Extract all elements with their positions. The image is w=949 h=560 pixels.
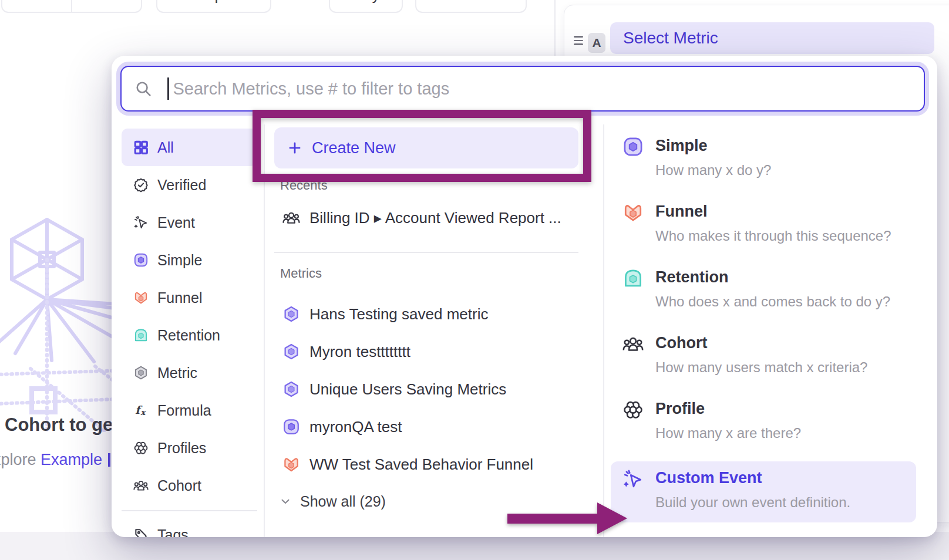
empty-state-subtext: xplore Example xyxy=(0,451,102,469)
recent-item[interactable]: Billing ID ▸ Account Viewed Report ... xyxy=(274,203,578,233)
sidebar-item-profiles[interactable]: Profiles xyxy=(122,429,257,467)
sidebar-item-label: Funnel xyxy=(157,289,202,306)
mixpanel-insights-screen: Cohort to ge xplore Example 12M YTD Comp… xyxy=(0,0,949,560)
type-funnel[interactable]: Funnel Who makes it through this sequenc… xyxy=(622,190,920,256)
type-simple[interactable]: Simple How many x do y? xyxy=(622,124,920,190)
type-description: How many x do y? xyxy=(655,162,771,178)
select-metric-label: Select Metric xyxy=(623,29,718,48)
select-metric-button[interactable]: Select Metric xyxy=(610,22,934,54)
sidebar-item-tags[interactable]: Tags xyxy=(122,516,257,537)
sidebar-item-formula[interactable]: Formula xyxy=(122,392,257,429)
sidebar-item-all[interactable]: All xyxy=(122,129,257,166)
grid-icon xyxy=(133,140,149,155)
sidebar-item-label: Tags xyxy=(157,527,189,538)
category-sidebar: All Verified Event Simple Funnel Retenti… xyxy=(122,129,257,537)
annotation-highlight-box xyxy=(253,110,591,182)
retention-icon xyxy=(133,328,149,343)
metric-hexagon-icon xyxy=(282,343,300,360)
sidebar-item-cohort[interactable]: Cohort xyxy=(122,467,257,504)
type-profile[interactable]: Profile How many x are there? xyxy=(622,387,920,453)
type-description: How many x are there? xyxy=(655,425,801,441)
recent-item-label: Billing ID ▸ Account Viewed Report ... xyxy=(309,209,561,227)
compare-label: Compare xyxy=(181,0,246,4)
metric-item-label: WW Test Saved Behavior Funnel xyxy=(309,456,533,474)
metrics-heading: Metrics xyxy=(274,266,578,281)
cohort-icon xyxy=(133,478,149,493)
sidebar-item-label: Formula xyxy=(157,402,211,419)
type-retention[interactable]: Retention Who does x and comes back to d… xyxy=(622,256,920,322)
chevron-down-icon xyxy=(279,495,292,508)
sidebar-item-retention[interactable]: Retention xyxy=(122,316,257,354)
sidebar-item-label: Event xyxy=(157,214,195,231)
metric-hexagon-icon xyxy=(282,380,300,398)
sidebar-item-label: Metric xyxy=(157,365,197,382)
profiles-icon xyxy=(622,399,644,420)
type-title: Custom Event xyxy=(655,468,850,487)
text-caret xyxy=(167,77,169,100)
sidebar-item-metric[interactable]: Metric xyxy=(122,354,257,392)
retention-icon xyxy=(622,268,644,289)
cohort-icon xyxy=(622,333,644,355)
column-divider xyxy=(264,124,265,537)
metric-list-item[interactable]: Myron testttttttt xyxy=(274,333,578,370)
show-all-label: Show all (29) xyxy=(300,493,386,510)
explore-text: xplore xyxy=(0,451,36,468)
example-link[interactable]: Example xyxy=(41,451,102,468)
type-title: Funnel xyxy=(655,202,891,221)
search-input[interactable] xyxy=(172,79,924,99)
type-title: Simple xyxy=(655,136,771,155)
metric-list-item[interactable]: myronQA test xyxy=(274,408,578,446)
day-label: Day xyxy=(352,0,380,4)
funnel-icon xyxy=(282,456,300,473)
cohort-icon xyxy=(282,209,300,227)
funnel-icon xyxy=(133,290,149,305)
type-title: Retention xyxy=(655,268,890,286)
chart-type-line-button[interactable]: Line xyxy=(415,0,527,13)
metric-item-label: Unique Users Saving Metrics xyxy=(309,380,506,399)
search-icon xyxy=(134,80,152,97)
metric-item-label: myronQA test xyxy=(309,418,402,436)
event-cursor-icon xyxy=(133,215,149,230)
range-ytd-button[interactable]: YTD xyxy=(71,0,141,12)
metric-item-label: Hans Testing saved metric xyxy=(309,305,488,323)
metric-list-item[interactable]: Unique Users Saving Metrics xyxy=(274,370,578,408)
type-cohort[interactable]: Cohort How many users match x criteria? xyxy=(622,322,920,387)
sidebar-item-event[interactable]: Event xyxy=(122,204,257,241)
empty-state-headline: Cohort to ge xyxy=(5,414,113,436)
metric-item-label: Myron testttttttt xyxy=(309,343,410,361)
custom-event-icon xyxy=(622,468,644,490)
range-12m-label: 12M xyxy=(21,0,52,4)
granularity-day-button[interactable]: Day xyxy=(329,0,403,13)
metric-hexagon-icon xyxy=(133,365,149,380)
range-12m-button[interactable]: 12M xyxy=(2,0,71,12)
metric-list-item[interactable]: WW Test Saved Behavior Funnel xyxy=(274,446,578,483)
metric-type-column: Simple How many x do y? Funnel Who makes… xyxy=(622,124,920,522)
metric-list-item[interactable]: Hans Testing saved metric xyxy=(274,295,578,333)
sidebar-item-label: All xyxy=(157,139,174,156)
series-a-badge: A xyxy=(588,33,605,53)
sidebar-item-label: Verified xyxy=(157,177,206,194)
type-title: Cohort xyxy=(655,333,867,352)
sidebar-item-label: Retention xyxy=(157,327,220,344)
type-custom-event[interactable]: Custom Event Build your own event defini… xyxy=(611,461,916,522)
metric-hexagon-icon xyxy=(282,305,300,323)
verified-icon xyxy=(133,177,149,193)
compare-button[interactable]: Compare xyxy=(156,0,271,13)
date-range-group: 12M YTD xyxy=(1,0,142,13)
sidebar-item-funnel[interactable]: Funnel xyxy=(122,279,257,316)
type-description: Build your own event definition. xyxy=(655,494,850,511)
chevron-down-icon xyxy=(119,0,132,1)
tag-icon xyxy=(133,527,149,537)
metric-search[interactable] xyxy=(120,66,925,112)
simple-icon xyxy=(622,136,644,157)
type-description: Who makes it through this sequence? xyxy=(655,228,891,244)
funnel-icon xyxy=(622,202,644,223)
simple-icon xyxy=(133,252,149,268)
sidebar-item-label: Profiles xyxy=(157,440,206,457)
metric-list-column: Create New Recents Billing ID ▸ Account … xyxy=(274,127,578,519)
formula-icon xyxy=(133,403,149,418)
sidebar-item-verified[interactable]: Verified xyxy=(122,166,257,204)
simple-icon xyxy=(282,418,300,436)
sidebar-item-simple[interactable]: Simple xyxy=(122,241,257,279)
drag-handle-icon[interactable] xyxy=(574,36,583,45)
